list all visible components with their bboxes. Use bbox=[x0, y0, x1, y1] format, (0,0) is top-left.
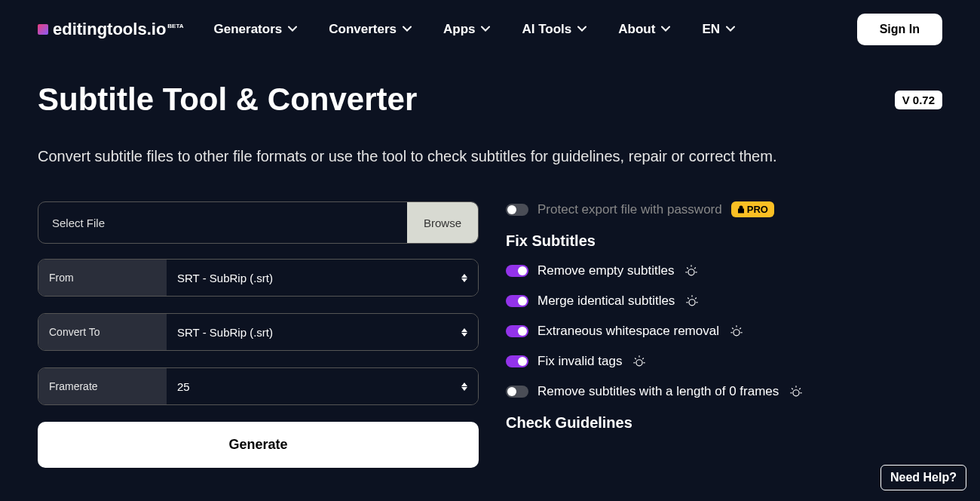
file-input[interactable]: Select File bbox=[38, 202, 407, 243]
from-row: From SRT - SubRip (.srt) bbox=[38, 259, 479, 297]
chevron-down-icon bbox=[481, 26, 488, 33]
fix-option-row: Fix invalid tags bbox=[506, 354, 942, 369]
svg-line-8 bbox=[688, 298, 690, 300]
chevron-down-icon bbox=[726, 26, 733, 33]
fix-toggle[interactable] bbox=[506, 295, 528, 307]
convert-to-row: Convert To SRT - SubRip (.srt) bbox=[38, 313, 479, 351]
check-heading: Check Guidelines bbox=[506, 414, 942, 432]
need-help-button[interactable]: Need Help? bbox=[880, 465, 966, 490]
lightbulb-icon[interactable] bbox=[730, 324, 743, 338]
fix-toggle[interactable] bbox=[506, 355, 528, 367]
nav-ai-tools[interactable]: AI Tools bbox=[522, 22, 585, 37]
svg-line-26 bbox=[792, 389, 793, 390]
file-select: Select File Browse bbox=[38, 201, 479, 244]
browse-button[interactable]: Browse bbox=[407, 202, 478, 243]
nav-apps[interactable]: Apps bbox=[443, 22, 489, 37]
header: editingtools.io BETA Generators Converte… bbox=[0, 0, 980, 59]
right-column: Protect export file with password PRO Fi… bbox=[506, 201, 942, 468]
svg-line-2 bbox=[688, 268, 689, 269]
svg-point-18 bbox=[636, 360, 642, 366]
nav-converters[interactable]: Converters bbox=[329, 22, 410, 37]
chevron-down-icon bbox=[288, 26, 296, 33]
fix-heading: Fix Subtitles bbox=[506, 232, 942, 250]
protect-label: Protect export file with password bbox=[537, 202, 722, 217]
fix-option-row: Remove subtitles with a length of 0 fram… bbox=[506, 384, 942, 399]
fix-option-row: Remove empty subtitles bbox=[506, 263, 942, 278]
content: Select File Browse From SRT - SubRip (.s… bbox=[38, 201, 942, 468]
lock-icon bbox=[737, 205, 745, 214]
lightbulb-icon[interactable] bbox=[684, 264, 698, 278]
nav: Generators Converters Apps AI Tools Abou… bbox=[214, 22, 733, 37]
svg-point-24 bbox=[793, 390, 799, 396]
left-column: Select File Browse From SRT - SubRip (.s… bbox=[38, 201, 479, 468]
chevron-down-icon bbox=[577, 26, 585, 33]
protect-toggle[interactable] bbox=[506, 204, 528, 216]
fix-label: Extraneous whitespace removal bbox=[537, 324, 719, 339]
chevron-down-icon bbox=[403, 26, 410, 33]
page-subtitle: Convert subtitle files to other file for… bbox=[38, 148, 942, 165]
svg-point-0 bbox=[688, 269, 694, 275]
logo-icon bbox=[38, 24, 48, 35]
svg-line-9 bbox=[696, 298, 697, 300]
title-row: Subtitle Tool & Converter V 0.72 bbox=[38, 81, 942, 118]
version-badge: V 0.72 bbox=[895, 91, 942, 109]
logo[interactable]: editingtools.io BETA bbox=[38, 20, 184, 39]
main: Subtitle Tool & Converter V 0.72 Convert… bbox=[0, 59, 980, 490]
pro-badge: PRO bbox=[731, 201, 774, 217]
nav-generators[interactable]: Generators bbox=[214, 22, 296, 37]
fix-toggle[interactable] bbox=[506, 265, 528, 277]
logo-text: editingtools.io bbox=[53, 20, 166, 39]
framerate-label: Framerate bbox=[38, 368, 167, 404]
fix-toggle[interactable] bbox=[506, 325, 528, 337]
svg-line-15 bbox=[740, 328, 741, 330]
select-arrows-icon bbox=[461, 274, 467, 282]
lightbulb-icon[interactable] bbox=[632, 355, 646, 368]
fix-label: Remove empty subtitles bbox=[537, 263, 674, 278]
fix-toggle[interactable] bbox=[506, 386, 528, 398]
fix-option-row: Merge identical subtitles bbox=[506, 294, 942, 309]
svg-line-21 bbox=[643, 358, 645, 360]
select-arrows-icon bbox=[461, 328, 467, 337]
svg-line-20 bbox=[635, 358, 637, 360]
svg-line-27 bbox=[800, 389, 801, 390]
lightbulb-icon[interactable] bbox=[789, 385, 803, 398]
svg-point-6 bbox=[689, 300, 695, 306]
fix-label: Merge identical subtitles bbox=[537, 294, 675, 309]
protect-row: Protect export file with password PRO bbox=[506, 201, 942, 217]
nav-language[interactable]: EN bbox=[702, 22, 733, 37]
from-label: From bbox=[38, 260, 167, 296]
svg-point-12 bbox=[733, 330, 740, 336]
page-title: Subtitle Tool & Converter bbox=[38, 81, 417, 118]
fix-option-row: Extraneous whitespace removal bbox=[506, 324, 942, 339]
nav-about[interactable]: About bbox=[618, 22, 669, 37]
convert-to-select[interactable]: SRT - SubRip (.srt) bbox=[167, 314, 478, 350]
framerate-row: Framerate 25 bbox=[38, 367, 479, 405]
convert-to-label: Convert To bbox=[38, 314, 167, 350]
svg-line-3 bbox=[695, 268, 697, 269]
chevron-down-icon bbox=[661, 26, 669, 33]
fix-label: Fix invalid tags bbox=[537, 354, 622, 369]
signin-button[interactable]: Sign In bbox=[857, 14, 942, 45]
select-arrows-icon bbox=[461, 383, 467, 391]
lightbulb-icon[interactable] bbox=[685, 294, 699, 308]
fix-label: Remove subtitles with a length of 0 fram… bbox=[537, 384, 779, 399]
svg-line-14 bbox=[732, 328, 733, 330]
logo-beta: BETA bbox=[167, 23, 183, 29]
from-select[interactable]: SRT - SubRip (.srt) bbox=[167, 260, 478, 296]
framerate-select[interactable]: 25 bbox=[167, 368, 478, 404]
generate-button[interactable]: Generate bbox=[38, 422, 479, 468]
